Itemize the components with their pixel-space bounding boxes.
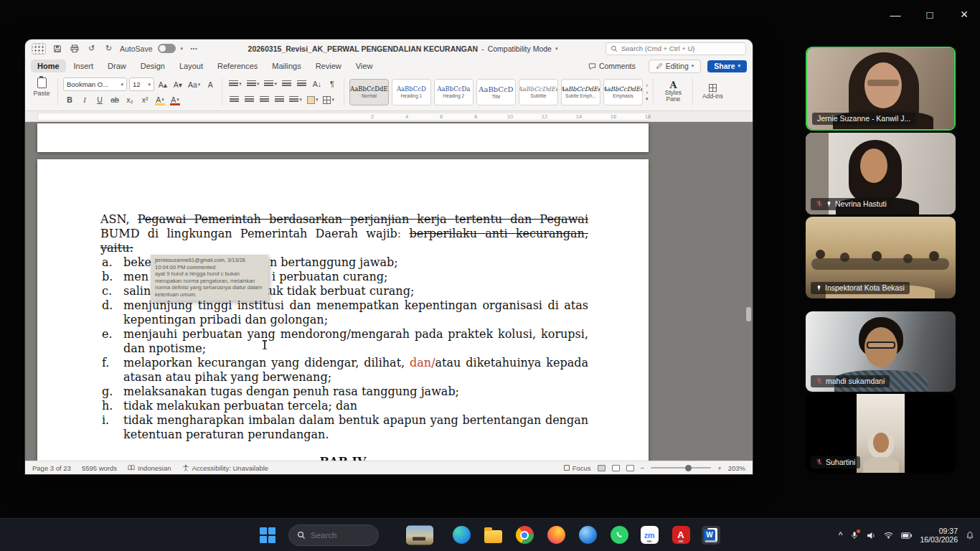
save-icon[interactable] bbox=[51, 42, 63, 55]
clear-formatting-button[interactable]: A bbox=[204, 78, 217, 91]
tab-layout[interactable]: Layout bbox=[173, 60, 209, 72]
decrease-indent-button[interactable] bbox=[281, 77, 293, 90]
participant-tile[interactable]: mahdi sukamdani bbox=[806, 311, 956, 392]
focus-mode-button[interactable]: Focus bbox=[564, 464, 591, 472]
bold-button[interactable]: B bbox=[63, 93, 76, 106]
start-button[interactable] bbox=[260, 527, 275, 543]
line-spacing-button[interactable]: ▾ bbox=[288, 93, 303, 106]
mic-in-use-icon[interactable] bbox=[850, 531, 859, 540]
print-layout-view-button[interactable] bbox=[598, 465, 606, 471]
subscript-button[interactable]: x₂ bbox=[123, 93, 136, 106]
accessibility-status[interactable]: Accessibility: Unavailable bbox=[182, 464, 269, 472]
tray-clock[interactable]: 09:37 16/03/2026 bbox=[920, 527, 958, 545]
document-page[interactable]: ASN, Pegawai Pemerintah berdasarkan perj… bbox=[37, 159, 649, 461]
superscript-button[interactable]: x² bbox=[138, 93, 151, 106]
notifications-bell-icon[interactable] bbox=[966, 531, 974, 540]
wifi-icon[interactable] bbox=[884, 532, 893, 539]
align-center-button[interactable] bbox=[242, 93, 255, 106]
taskbar-app-weather[interactable] bbox=[406, 525, 433, 545]
align-right-button[interactable] bbox=[258, 93, 270, 106]
taskbar-app-edge[interactable] bbox=[452, 526, 471, 545]
participant-tile[interactable]: Inspektorat Kota Bekasi bbox=[806, 217, 956, 298]
battery-icon[interactable] bbox=[901, 532, 912, 539]
more-commands-icon[interactable]: ••• bbox=[188, 42, 200, 55]
titlebar-search[interactable] bbox=[606, 42, 746, 55]
zoom-slider[interactable] bbox=[651, 467, 711, 468]
share-button[interactable]: Share ▾ bbox=[707, 60, 747, 72]
increase-indent-button[interactable] bbox=[296, 77, 308, 90]
tab-view[interactable]: View bbox=[349, 60, 380, 72]
print-icon[interactable] bbox=[68, 42, 80, 55]
taskbar-app-chrome[interactable] bbox=[515, 526, 534, 545]
taskbar-app-whatsapp[interactable] bbox=[610, 526, 628, 545]
shrink-font-button[interactable]: A▾ bbox=[171, 78, 184, 91]
italic-button[interactable]: I bbox=[78, 93, 91, 106]
participant-tile[interactable]: Nevrina Hastuti bbox=[806, 133, 956, 215]
page-number-status[interactable]: Page 3 of 23 bbox=[32, 464, 71, 472]
tab-home[interactable]: Home bbox=[31, 60, 66, 72]
numbered-list-button[interactable]: ▾ bbox=[245, 77, 261, 90]
web-layout-view-button[interactable] bbox=[612, 465, 620, 471]
multilevel-list-button[interactable]: ▾ bbox=[263, 77, 278, 90]
tab-review[interactable]: Review bbox=[309, 60, 348, 72]
word-count-status[interactable]: 5595 words bbox=[82, 464, 117, 472]
taskbar-search[interactable] bbox=[288, 524, 379, 546]
font-size-combo[interactable]: 12 ▾ bbox=[129, 77, 154, 91]
highlight-color-button[interactable]: A▾ bbox=[154, 93, 166, 106]
participant-tile[interactable]: Suhartini bbox=[806, 394, 956, 473]
editing-mode-button[interactable]: Editing ▾ bbox=[649, 60, 702, 73]
taskbar-search-input[interactable] bbox=[311, 531, 361, 540]
style-emphasis[interactable]: AaBbCcDdEe Emphasis bbox=[603, 79, 643, 105]
style-subtle-emphasis[interactable]: AaBbCcDdEe Subtle Emph... bbox=[561, 79, 600, 105]
addins-button[interactable]: Add-ins bbox=[698, 77, 727, 106]
participant-tile-active-speaker[interactable]: Jernie Suzanne - Kanwil J... bbox=[806, 47, 956, 131]
style-heading2[interactable]: AaBbCcDa Heading 2 bbox=[434, 79, 473, 105]
gallery-scroll-down[interactable]: › bbox=[646, 89, 648, 96]
language-status[interactable]: Indonesian bbox=[128, 464, 171, 472]
style-title[interactable]: AaBbCcD Title bbox=[476, 79, 516, 105]
shading-button[interactable]: ▾ bbox=[306, 93, 320, 106]
taskbar-app-acrobat[interactable]: A bbox=[672, 526, 690, 545]
tray-overflow-chevron[interactable]: ^ bbox=[839, 530, 843, 540]
zoom-out-button[interactable]: − bbox=[641, 464, 645, 472]
bullet-list-button[interactable]: ▾ bbox=[227, 77, 243, 90]
search-input[interactable] bbox=[621, 44, 736, 52]
style-normal[interactable]: AaBbCcDdE Normal bbox=[349, 79, 389, 105]
read-mode-view-button[interactable] bbox=[626, 465, 634, 471]
paste-button[interactable]: Paste bbox=[31, 77, 52, 97]
style-heading1[interactable]: AaBbCcD Heading 1 bbox=[392, 79, 431, 105]
styles-pane-button[interactable]: A Styles Pane bbox=[659, 77, 687, 106]
tab-draw[interactable]: Draw bbox=[101, 60, 133, 72]
document-area[interactable]: ASN, Pegawai Pemerintah berdasarkan perj… bbox=[25, 122, 753, 461]
comments-button[interactable]: Comments bbox=[582, 60, 642, 72]
vertical-scrollbar[interactable] bbox=[745, 122, 752, 461]
style-subtitle[interactable]: AaBbCcDdEe Subtitle bbox=[519, 79, 558, 105]
gallery-more-icon[interactable]: ▾ bbox=[646, 96, 649, 102]
taskbar-app-zoom[interactable]: zm bbox=[640, 526, 659, 545]
tab-references[interactable]: References bbox=[211, 60, 264, 72]
autosave-toggle[interactable] bbox=[158, 44, 176, 53]
tab-insert[interactable]: Insert bbox=[67, 60, 100, 72]
maximize-button[interactable]: □ bbox=[918, 4, 941, 24]
minimize-button[interactable]: — bbox=[884, 4, 907, 24]
close-button[interactable]: × bbox=[953, 4, 976, 24]
underline-button[interactable]: U bbox=[93, 93, 106, 106]
taskbar-app-word[interactable]: W bbox=[702, 526, 720, 545]
taskbar-app-firefox[interactable] bbox=[547, 526, 565, 545]
gallery-scroll-up[interactable]: ‹ bbox=[646, 82, 648, 89]
redo-icon[interactable]: ↻ bbox=[103, 42, 115, 55]
speaker-icon[interactable] bbox=[867, 532, 876, 540]
font-name-combo[interactable]: Bookman O... ▾ bbox=[63, 77, 127, 91]
sort-button[interactable]: A↓ bbox=[311, 77, 324, 90]
taskbar-app-file-explorer[interactable] bbox=[484, 526, 502, 545]
borders-button[interactable]: ▾ bbox=[321, 93, 336, 106]
zoom-in-button[interactable]: + bbox=[717, 464, 722, 472]
font-color-button[interactable]: A▾ bbox=[169, 93, 182, 106]
undo-icon[interactable]: ↺ bbox=[85, 42, 98, 55]
horizontal-ruler[interactable]: 2 4 6 8 10 12 14 16 18 bbox=[25, 111, 753, 122]
strikethrough-button[interactable]: ab bbox=[108, 93, 121, 106]
justify-button[interactable] bbox=[273, 93, 286, 106]
zoom-percentage[interactable]: 203% bbox=[728, 464, 745, 472]
scrollbar-thumb[interactable] bbox=[746, 307, 751, 321]
grow-font-button[interactable]: A▴ bbox=[156, 78, 169, 91]
